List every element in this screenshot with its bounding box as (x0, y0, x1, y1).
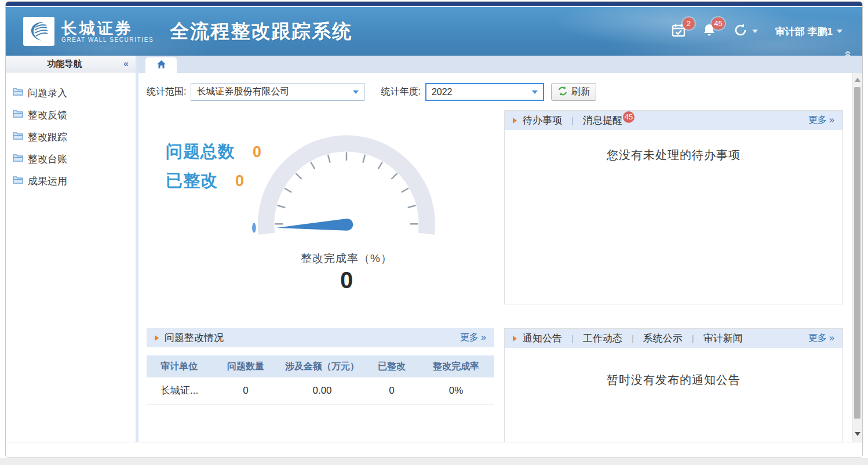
user-menu[interactable]: 审计部 李鹏1 (775, 25, 843, 38)
sidebar-header: 功能导航 « (6, 56, 136, 72)
header-refresh-button[interactable] (733, 23, 758, 40)
user-name: 审计部 李鹏1 (775, 25, 833, 38)
app-window: 长城证券 GREAT WALL SECURITIES 全流程整改跟踪系统 2 (5, 1, 863, 458)
scrollbar-thumb[interactable] (854, 87, 860, 419)
rectification-panel-title: 问题整改情况 (165, 331, 224, 344)
tab-bar (138, 56, 862, 73)
notification-count-badge[interactable]: 45 (712, 17, 724, 30)
sidebar-item-rectify-ledger[interactable]: 整改台账 (13, 148, 136, 170)
chevron-down-icon (532, 90, 538, 94)
header-actions: 2 45 (672, 23, 843, 40)
sidebar-collapse-icon[interactable]: « (123, 59, 129, 69)
tab-todo-items[interactable]: 待办事项 (523, 114, 562, 127)
year-label: 统计年度: (381, 86, 420, 98)
col-completion-rate: 整改完成率 (418, 355, 494, 377)
rectified-value: 0 (235, 172, 244, 190)
scroll-down-arrow-icon[interactable] (855, 432, 860, 436)
rectification-more-link[interactable]: 更多 » (460, 332, 486, 344)
app-header: 长城证券 GREAT WALL SECURITIES 全流程整改跟踪系统 2 (6, 7, 862, 56)
folder-icon (13, 154, 23, 165)
main-area: 统计范围: 长城证券股份有限公司 统计年度: 2022 (138, 56, 862, 442)
notice-more-link[interactable]: 更多 » (808, 332, 834, 344)
tab-separator: | (632, 333, 634, 343)
tab-separator: | (692, 333, 694, 343)
notice-panel: 通知公告 | 工作动态 | 系统公示 | 审计新闻 更多 » 暂时没有发布的通知… (504, 328, 843, 442)
refresh-button-label: 刷新 (571, 86, 590, 98)
rectification-status-panel: 问题整改情况 更多 » 审计单位 问题数量 涉及金额（万元） 已整改 (147, 328, 494, 442)
tab-work-updates[interactable]: 工作动态 (583, 332, 622, 345)
folder-icon (13, 132, 23, 143)
chevron-down-icon (752, 30, 758, 33)
calendar-check-icon (672, 29, 685, 39)
top-navy-bar (6, 2, 862, 6)
gauge-stats: 问题总数 0 已整改 0 (166, 140, 261, 198)
vertical-scrollbar[interactable] (852, 73, 862, 442)
cell-amount: 0.00 (279, 377, 366, 404)
gauge-caption: 整改完成率（%） (248, 251, 445, 266)
todo-more-link[interactable]: 更多 » (808, 114, 834, 126)
tab-audit-news[interactable]: 审计新闻 (703, 332, 743, 345)
notice-empty-text: 暂时没有发布的通知公告 (505, 372, 843, 388)
orange-arrow-icon (155, 335, 159, 341)
sidebar-title: 功能导航 (6, 59, 123, 70)
todo-panel: 待办事项 | 消息提醒45 更多 » 您没有未处理的待办事项 (504, 110, 843, 304)
page-bottom-strip (0, 458, 868, 465)
scroll-up-arrow-icon[interactable] (855, 78, 860, 82)
gauge-value: 0 (248, 267, 445, 293)
gauge-dial (248, 117, 445, 249)
sidebar-menu: 问题录入 整改反馈 整改跟踪 整改台账 成果运用 (6, 72, 136, 192)
tab-home[interactable] (145, 57, 177, 73)
tab-separator: | (571, 115, 574, 125)
sidebar-item-rectify-tracking[interactable]: 整改跟踪 (13, 126, 136, 148)
filter-row: 统计范围: 长城证券股份有限公司 统计年度: 2022 (147, 83, 843, 101)
sidebar-item-rectify-feedback[interactable]: 整改反馈 (13, 104, 136, 126)
refresh-button[interactable]: 刷新 (551, 83, 596, 101)
refresh-green-icon (557, 86, 568, 99)
col-amount: 涉及金额（万元） (279, 355, 366, 377)
brand-logo: 长城证券 GREAT WALL SECURITIES (23, 17, 154, 46)
rectification-panel-header: 问题整改情况 更多 » (147, 328, 494, 347)
year-select-value: 2022 (432, 87, 526, 97)
col-rectified: 已整改 (366, 355, 418, 377)
cell-rectified: 0 (366, 377, 418, 404)
tab-notices[interactable]: 通知公告 (523, 332, 562, 345)
scope-select-value: 长城证券股份有限公司 (196, 86, 347, 98)
cell-problem-count: 0 (213, 377, 279, 404)
sidebar-item-results-usage[interactable]: 成果运用 (13, 170, 136, 192)
table-header-row: 审计单位 问题数量 涉及金额（万元） 已整改 整改完成率 (147, 355, 494, 377)
dashboard-content: 统计范围: 长城证券股份有限公司 统计年度: 2022 (138, 73, 852, 442)
chevron-down-icon (353, 90, 359, 94)
table-row[interactable]: 长城证... 0 0.00 0 0% (147, 377, 494, 404)
cell-audit-unit: 长城证... (147, 377, 213, 404)
main-body: 统计范围: 长城证券股份有限公司 统计年度: 2022 (138, 73, 862, 442)
footer-bar (6, 442, 862, 457)
scope-label: 统计范围: (147, 86, 186, 98)
todo-tasks-button[interactable]: 2 (672, 23, 685, 39)
sidebar-item-problem-entry[interactable]: 问题录入 (13, 82, 136, 104)
tab-system-announcements[interactable]: 系统公示 (643, 332, 683, 345)
col-problem-count: 问题数量 (213, 355, 279, 377)
message-count-badge: 45 (623, 111, 634, 123)
todo-count-badge[interactable]: 2 (683, 17, 695, 30)
cell-completion-rate: 0% (418, 377, 494, 404)
folder-icon (13, 110, 23, 121)
orange-arrow-icon (513, 336, 517, 342)
home-icon (156, 60, 166, 71)
gauge-zero-mark (252, 223, 256, 232)
logo-mark-icon (23, 17, 54, 46)
col-audit-unit: 审计单位 (147, 355, 213, 377)
tab-message-reminders[interactable]: 消息提醒45 (583, 114, 634, 127)
total-problems-value: 0 (253, 143, 261, 161)
chevron-down-icon (837, 30, 843, 33)
app-title: 全流程整改跟踪系统 (170, 19, 352, 45)
notifications-button[interactable]: 45 (703, 23, 716, 39)
notice-panel-header: 通知公告 | 工作动态 | 系统公示 | 审计新闻 更多 » (505, 329, 843, 348)
middle-row: 问题总数 0 已整改 0 (147, 110, 843, 314)
year-select[interactable]: 2022 (425, 83, 544, 101)
rectified-label: 已整改 (166, 169, 218, 192)
scope-select[interactable]: 长城证券股份有限公司 (191, 83, 364, 101)
folder-icon (13, 88, 23, 99)
gauge-needle (276, 219, 353, 231)
header-collapse-icon[interactable]: » (842, 50, 850, 57)
sidebar: 功能导航 « 问题录入 整改反馈 整改跟踪 整改台账 (6, 56, 136, 442)
